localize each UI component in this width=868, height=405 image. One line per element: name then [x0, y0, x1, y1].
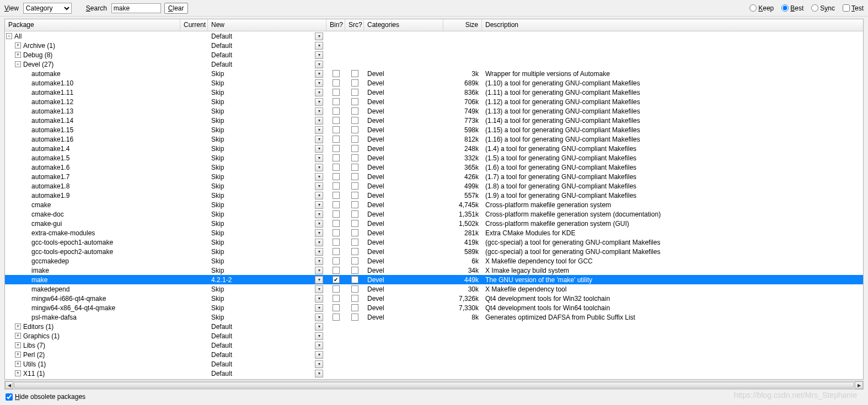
- dropdown-icon[interactable]: ▾: [315, 51, 323, 59]
- cell-new[interactable]: Skip▾: [208, 164, 326, 171]
- bin-checkbox[interactable]: [333, 98, 340, 105]
- src-checkbox[interactable]: [351, 201, 358, 208]
- bin-checkbox[interactable]: [333, 89, 340, 96]
- src-checkbox[interactable]: [351, 164, 358, 171]
- package-row[interactable]: cmake-docSkip▾Devel1,351kCross-platform …: [5, 209, 863, 219]
- src-checkbox[interactable]: [351, 257, 358, 264]
- radio-keep-input[interactable]: [749, 4, 757, 12]
- cell-new[interactable]: Skip▾: [208, 267, 326, 274]
- cell-new[interactable]: Skip▾: [208, 89, 326, 96]
- bin-checkbox[interactable]: [333, 295, 340, 302]
- package-row[interactable]: automake1.8Skip▾Devel499k(1.8) a tool fo…: [5, 181, 863, 191]
- category-row[interactable]: +Utils (1)Default▾: [5, 359, 863, 369]
- bin-checkbox[interactable]: [333, 229, 340, 236]
- radio-best-input[interactable]: [781, 4, 789, 12]
- package-row[interactable]: mingw64-x86_64-qt4-qmakeSkip▾Devel7,330k…: [5, 303, 863, 312]
- package-row[interactable]: automakeSkip▾Devel3kWrapper for multiple…: [5, 69, 863, 78]
- cell-new[interactable]: Skip▾: [208, 285, 326, 293]
- package-row[interactable]: automake1.11Skip▾Devel836k(1.11) a tool …: [5, 88, 863, 97]
- bin-checkbox[interactable]: [333, 126, 340, 133]
- col-categories[interactable]: Categories: [364, 19, 443, 31]
- bin-checkbox[interactable]: [333, 304, 340, 311]
- bin-checkbox[interactable]: [333, 239, 340, 246]
- bin-checkbox[interactable]: [333, 145, 340, 152]
- category-row[interactable]: −AllDefault▾: [5, 31, 863, 41]
- src-checkbox[interactable]: [351, 107, 358, 115]
- bin-checkbox[interactable]: [333, 201, 340, 208]
- dropdown-icon[interactable]: ▾: [315, 267, 323, 274]
- expand-icon[interactable]: +: [15, 342, 21, 348]
- package-row[interactable]: imakeSkip▾Devel34kX Imake legacy build s…: [5, 266, 863, 275]
- bin-checkbox[interactable]: [333, 276, 340, 283]
- cell-new[interactable]: Skip▾: [208, 79, 326, 87]
- src-checkbox[interactable]: [351, 314, 358, 321]
- dropdown-icon[interactable]: ▾: [315, 182, 323, 190]
- category-row[interactable]: +Libs (7)Default▾: [5, 341, 863, 350]
- cell-new[interactable]: Default▾: [208, 342, 326, 349]
- cell-new[interactable]: Skip▾: [208, 136, 326, 143]
- src-checkbox[interactable]: [351, 248, 358, 255]
- collapse-icon[interactable]: −: [15, 61, 21, 67]
- category-row[interactable]: +X11 (1)Default▾: [5, 369, 863, 378]
- dropdown-icon[interactable]: ▾: [315, 239, 323, 246]
- col-src[interactable]: Src?: [345, 19, 364, 31]
- src-checkbox[interactable]: [351, 182, 358, 190]
- expand-icon[interactable]: +: [15, 323, 21, 330]
- check-test-input[interactable]: [843, 4, 850, 12]
- package-row[interactable]: automake1.13Skip▾Devel749k(1.13) a tool …: [5, 106, 863, 116]
- package-row[interactable]: automake1.12Skip▾Devel706k(1.12) a tool …: [5, 97, 863, 106]
- radio-keep[interactable]: Keep: [749, 4, 774, 12]
- src-checkbox[interactable]: [351, 192, 358, 199]
- category-row[interactable]: +Perl (2)Default▾: [5, 350, 863, 359]
- bin-checkbox[interactable]: [333, 192, 340, 199]
- cell-new[interactable]: Skip▾: [208, 201, 326, 209]
- dropdown-icon[interactable]: ▾: [315, 360, 323, 368]
- cell-new[interactable]: Skip▾: [208, 304, 326, 312]
- package-row[interactable]: make4.2.1-2▾Devel449kThe GNU version of …: [5, 275, 863, 284]
- bin-checkbox[interactable]: [333, 117, 340, 124]
- cell-new[interactable]: Skip▾: [208, 98, 326, 106]
- dropdown-icon[interactable]: ▾: [315, 154, 323, 162]
- package-row[interactable]: automake1.15Skip▾Devel598k(1.15) a tool …: [5, 125, 863, 134]
- dropdown-icon[interactable]: ▾: [315, 145, 323, 153]
- dropdown-icon[interactable]: ▾: [315, 33, 323, 40]
- src-checkbox[interactable]: [351, 70, 358, 77]
- collapse-icon[interactable]: −: [6, 33, 12, 39]
- package-row[interactable]: cmakeSkip▾Devel4,745kCross-platform make…: [5, 200, 863, 209]
- dropdown-icon[interactable]: ▾: [315, 229, 323, 237]
- package-row[interactable]: automake1.16Skip▾Devel812k(1.16) a tool …: [5, 134, 863, 144]
- bin-checkbox[interactable]: [333, 136, 340, 143]
- package-row[interactable]: gcc-tools-epoch1-automakeSkip▾Devel419k(…: [5, 237, 863, 247]
- dropdown-icon[interactable]: ▾: [315, 257, 323, 265]
- dropdown-icon[interactable]: ▾: [315, 107, 323, 115]
- src-checkbox[interactable]: [351, 79, 358, 87]
- dropdown-icon[interactable]: ▾: [315, 89, 323, 96]
- package-row[interactable]: extra-cmake-modulesSkip▾Devel281kExtra C…: [5, 228, 863, 237]
- cell-new[interactable]: Default▾: [208, 42, 326, 50]
- package-row[interactable]: cmake-guiSkip▾Devel1,502kCross-platform …: [5, 219, 863, 228]
- dropdown-icon[interactable]: ▾: [315, 117, 323, 125]
- package-row[interactable]: automake1.4Skip▾Devel248k(1.4) a tool fo…: [5, 144, 863, 153]
- expand-icon[interactable]: +: [15, 52, 21, 58]
- cell-new[interactable]: Skip▾: [208, 154, 326, 162]
- bin-checkbox[interactable]: [333, 257, 340, 264]
- dropdown-icon[interactable]: ▾: [315, 295, 323, 303]
- check-test[interactable]: Test: [843, 4, 864, 12]
- dropdown-icon[interactable]: ▾: [315, 70, 323, 78]
- src-checkbox[interactable]: [351, 136, 358, 143]
- dropdown-icon[interactable]: ▾: [315, 351, 323, 359]
- bin-checkbox[interactable]: [333, 173, 340, 180]
- package-row[interactable]: automake1.6Skip▾Devel365k(1.6) a tool fo…: [5, 163, 863, 172]
- src-checkbox[interactable]: [351, 295, 358, 302]
- cell-new[interactable]: Default▾: [208, 61, 326, 68]
- cell-new[interactable]: Default▾: [208, 51, 326, 59]
- src-checkbox[interactable]: [351, 229, 358, 236]
- dropdown-icon[interactable]: ▾: [315, 79, 323, 87]
- dropdown-icon[interactable]: ▾: [315, 314, 323, 321]
- radio-sync-input[interactable]: [811, 4, 818, 12]
- package-row[interactable]: automake1.9Skip▾Devel557k(1.9) a tool fo…: [5, 191, 863, 200]
- cell-new[interactable]: Skip▾: [208, 314, 326, 321]
- cell-new[interactable]: Skip▾: [208, 126, 326, 134]
- category-row[interactable]: +Debug (8)Default▾: [5, 50, 863, 60]
- dropdown-icon[interactable]: ▾: [315, 342, 323, 349]
